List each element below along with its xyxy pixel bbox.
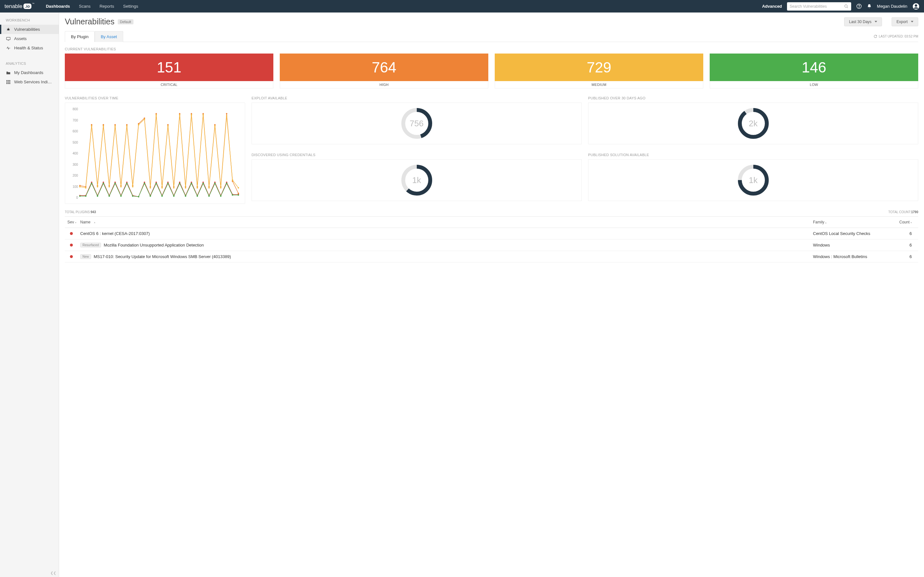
svg-text:800: 800: [73, 107, 78, 111]
vulns-over-time-chart[interactable]: 0100200300400500600700800: [65, 103, 245, 204]
svg-rect-16: [9, 80, 10, 81]
svg-point-125: [132, 195, 133, 197]
row-count: 6: [897, 231, 916, 236]
svg-rect-18: [8, 81, 9, 82]
col-header-sev[interactable]: Sev▾: [67, 220, 80, 224]
col-header-family[interactable]: Family▴: [813, 220, 897, 224]
username-label[interactable]: Megan Daudelin: [877, 4, 907, 9]
card-high-value: 764: [280, 53, 488, 81]
svg-point-117: [85, 195, 86, 197]
page-header: Vulnerabilities Default Last 30 Days Exp…: [65, 17, 918, 26]
svg-rect-14: [6, 80, 7, 81]
nav-reports[interactable]: Reports: [99, 4, 114, 9]
svg-point-126: [138, 196, 139, 197]
caret-down-icon: [875, 21, 877, 23]
search-box[interactable]: [787, 2, 851, 11]
top-bar: tenable .io ™ Dashboards Scans Reports S…: [0, 0, 924, 13]
table-row[interactable]: NewMS17-010: Security Update for Microso…: [65, 251, 918, 263]
date-range-dropdown[interactable]: Last 30 Days: [844, 17, 882, 26]
tab-by-plugin[interactable]: By Plugin: [65, 31, 95, 42]
section-exploit: EXPLOIT AVAILABLE: [252, 96, 582, 100]
donut-published30[interactable]: 2k: [588, 103, 918, 144]
card-critical[interactable]: 151 CRITICAL: [65, 53, 273, 89]
svg-point-137: [202, 183, 204, 184]
svg-point-99: [144, 119, 145, 120]
svg-point-120: [103, 183, 104, 184]
row-name: CentOS 6 : kernel (CESA-2017:0307): [80, 231, 150, 236]
donut-solution[interactable]: 1k: [588, 159, 918, 201]
help-icon[interactable]: [856, 3, 862, 9]
card-high[interactable]: 764 HIGH: [280, 53, 488, 89]
card-medium[interactable]: 729 MEDIUM: [495, 53, 703, 89]
svg-rect-19: [9, 81, 10, 82]
card-critical-value: 151: [65, 53, 273, 81]
svg-point-131: [167, 183, 168, 184]
totals-row: TOTAL PLUGINS: 943 TOTAL COUNT: 1790: [65, 210, 918, 214]
svg-point-103: [167, 125, 168, 127]
total-count-label: TOTAL COUNT:: [888, 210, 911, 214]
svg-point-122: [115, 183, 116, 184]
donut-cred[interactable]: 1k: [252, 159, 582, 201]
svg-point-114: [232, 179, 233, 181]
donut-cred-value: 1k: [412, 175, 421, 185]
nav-scans[interactable]: Scans: [79, 4, 90, 9]
svg-point-110: [208, 187, 210, 189]
donut-exploit[interactable]: 756: [252, 103, 582, 144]
svg-point-108: [197, 187, 198, 189]
tab-by-asset[interactable]: By Asset: [95, 31, 123, 42]
svg-point-101: [156, 114, 157, 115]
brand-left: tenable: [5, 3, 23, 10]
export-dropdown[interactable]: Export: [892, 17, 918, 26]
search-icon[interactable]: [844, 4, 849, 9]
svg-rect-15: [8, 80, 9, 81]
nav-settings[interactable]: Settings: [123, 4, 138, 9]
brand-logo: tenable .io ™: [5, 3, 34, 10]
last-updated-label: LAST UPDATED: 03:52 PM: [874, 35, 918, 38]
search-input[interactable]: [790, 4, 844, 9]
svg-point-85: [226, 113, 227, 114]
sidebar-item-web-services[interactable]: Web Services Indi…: [0, 77, 59, 87]
col-header-count[interactable]: Count▾: [897, 220, 916, 224]
svg-text:500: 500: [73, 141, 78, 144]
nav-dashboards[interactable]: Dashboards: [46, 4, 70, 9]
svg-point-93: [108, 186, 110, 187]
sidebar-item-my-dashboards[interactable]: My Dashboards: [0, 68, 59, 77]
svg-text:400: 400: [73, 152, 78, 155]
sidebar-item-vulnerabilities[interactable]: Vulnerabilities: [0, 25, 59, 34]
sidebar-item-assets[interactable]: Assets: [0, 34, 59, 43]
collapse-sidebar-icon[interactable]: ❮❮: [50, 571, 56, 575]
svg-point-92: [103, 125, 104, 127]
svg-point-129: [156, 183, 157, 184]
svg-point-142: [232, 194, 233, 195]
svg-point-136: [197, 195, 198, 197]
row-tag: Resurfaced: [80, 243, 101, 247]
sidebar-item-label: Assets: [14, 36, 27, 41]
default-chip: Default: [118, 19, 134, 24]
svg-point-111: [214, 125, 216, 127]
row-name: Mozilla Foundation Unsupported Applicati…: [103, 243, 204, 247]
main-content: Vulnerabilities Default Last 30 Days Exp…: [59, 13, 924, 577]
table-row[interactable]: ResurfacedMozilla Foundation Unsupported…: [65, 239, 918, 251]
user-avatar-icon[interactable]: [913, 3, 919, 10]
svg-rect-21: [8, 83, 9, 84]
sidebar-item-health[interactable]: Health & Status: [0, 43, 59, 53]
svg-point-138: [208, 195, 210, 197]
total-count-value: 1790: [911, 210, 918, 214]
svg-point-98: [138, 124, 139, 125]
notifications-icon[interactable]: [867, 3, 872, 9]
row-family: Windows: [813, 243, 897, 247]
refresh-icon[interactable]: [874, 35, 877, 38]
svg-point-130: [162, 195, 163, 197]
svg-point-128: [150, 195, 151, 197]
bug-icon: [6, 27, 11, 32]
advanced-link[interactable]: Advanced: [762, 4, 782, 9]
svg-text:100: 100: [73, 185, 78, 189]
col-header-name[interactable]: Name▴: [80, 220, 813, 224]
row-name: MS17-010: Security Update for Microsoft …: [94, 254, 231, 259]
svg-point-119: [97, 195, 98, 197]
table-row[interactable]: CentOS 6 : kernel (CESA-2017:0307)CentOS…: [65, 228, 918, 239]
row-count: 6: [897, 243, 916, 247]
card-low[interactable]: 146 LOW: [710, 53, 918, 89]
donut-exploit-value: 756: [410, 119, 423, 129]
card-high-label: HIGH: [280, 81, 488, 89]
